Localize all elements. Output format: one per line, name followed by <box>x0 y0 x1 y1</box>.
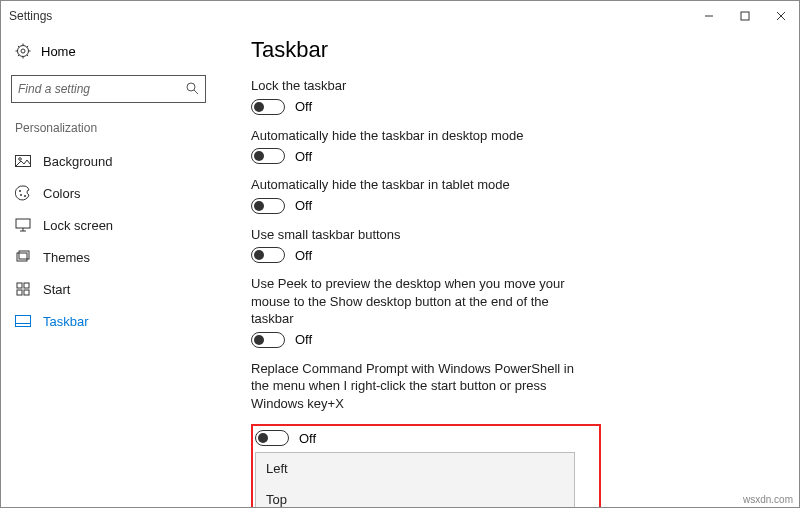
themes-icon <box>15 249 31 265</box>
svg-line-13 <box>27 46 28 47</box>
toggle-state: Off <box>295 198 312 213</box>
dropdown-option-left[interactable]: Left <box>256 453 574 484</box>
setting-label: Use Peek to preview the desktop when you… <box>251 275 581 328</box>
watermark: wsxdn.com <box>743 494 793 505</box>
sidebar-item-label: Background <box>43 154 112 169</box>
svg-line-11 <box>27 55 28 56</box>
svg-point-19 <box>20 194 22 196</box>
search-placeholder: Find a setting <box>18 82 90 96</box>
page-title: Taskbar <box>251 37 779 63</box>
sidebar-item-taskbar[interactable]: Taskbar <box>11 305 221 337</box>
toggle-state: Off <box>295 248 312 263</box>
sidebar-home[interactable]: Home <box>11 37 221 65</box>
setting-label: Automatically hide the taskbar in deskto… <box>251 127 581 145</box>
maximize-button[interactable] <box>727 2 763 30</box>
taskbar-location-dropdown[interactable]: Left Top Right Bottom <box>255 452 575 507</box>
monitor-icon <box>15 217 31 233</box>
main-panel: Taskbar Lock the taskbar Off Automatical… <box>231 31 799 507</box>
svg-rect-21 <box>16 219 30 228</box>
svg-rect-30 <box>16 316 31 327</box>
sidebar-item-colors[interactable]: Colors <box>11 177 221 209</box>
search-icon <box>185 81 199 98</box>
start-icon <box>15 281 31 297</box>
picture-icon <box>15 153 31 169</box>
setting-label: Automatically hide the taskbar in tablet… <box>251 176 581 194</box>
sidebar-item-start[interactable]: Start <box>11 273 221 305</box>
gear-icon <box>15 43 31 59</box>
toggle-state: Off <box>295 99 312 114</box>
toggle-state: Off <box>299 431 316 446</box>
sidebar: Home Find a setting Personalization Back… <box>1 31 231 507</box>
toggle-peek[interactable] <box>251 332 285 348</box>
search-input[interactable]: Find a setting <box>11 75 206 103</box>
toggle-autohide-tablet[interactable] <box>251 198 285 214</box>
setting-label: Lock the taskbar <box>251 77 581 95</box>
setting-label: Replace Command Prompt with Windows Powe… <box>251 360 581 413</box>
svg-line-12 <box>18 55 19 56</box>
sidebar-item-themes[interactable]: Themes <box>11 241 221 273</box>
toggle-autohide-desktop[interactable] <box>251 148 285 164</box>
palette-icon <box>15 185 31 201</box>
svg-point-18 <box>19 190 21 192</box>
svg-point-5 <box>21 49 25 53</box>
sidebar-item-label: Lock screen <box>43 218 113 233</box>
sidebar-item-background[interactable]: Background <box>11 145 221 177</box>
toggle-small-buttons[interactable] <box>251 247 285 263</box>
svg-rect-27 <box>24 283 29 288</box>
toggle-lock-taskbar[interactable] <box>251 99 285 115</box>
svg-line-10 <box>18 46 19 47</box>
svg-rect-26 <box>17 283 22 288</box>
svg-point-14 <box>187 83 195 91</box>
svg-line-15 <box>194 90 198 94</box>
titlebar: Settings <box>1 1 799 31</box>
svg-point-20 <box>24 195 26 197</box>
dropdown-option-top[interactable]: Top <box>256 484 574 507</box>
svg-rect-28 <box>17 290 22 295</box>
svg-point-17 <box>19 158 22 161</box>
svg-rect-1 <box>741 12 749 20</box>
minimize-button[interactable] <box>691 2 727 30</box>
window-title: Settings <box>9 9 52 23</box>
toggle-powershell[interactable] <box>255 430 289 446</box>
close-button[interactable] <box>763 2 799 30</box>
highlight-box: Off Left Top Right Bottom <box>251 424 601 507</box>
sidebar-item-label: Colors <box>43 186 81 201</box>
toggle-state: Off <box>295 149 312 164</box>
toggle-state: Off <box>295 332 312 347</box>
sidebar-section-label: Personalization <box>11 117 221 139</box>
sidebar-item-label: Start <box>43 282 70 297</box>
sidebar-item-label: Themes <box>43 250 90 265</box>
taskbar-icon <box>15 313 31 329</box>
sidebar-item-label: Taskbar <box>43 314 89 329</box>
svg-rect-29 <box>24 290 29 295</box>
sidebar-item-lockscreen[interactable]: Lock screen <box>11 209 221 241</box>
sidebar-home-label: Home <box>41 44 76 59</box>
setting-label: Use small taskbar buttons <box>251 226 581 244</box>
